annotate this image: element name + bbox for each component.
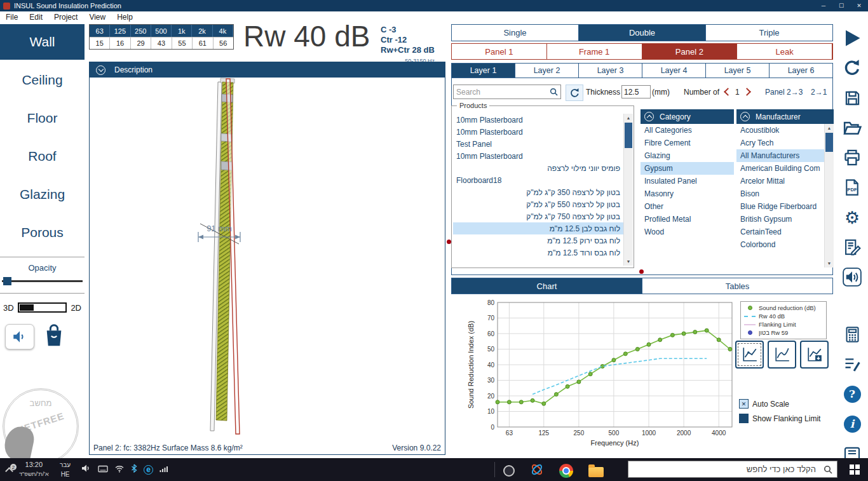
sidebar-item-roof[interactable]: Roof xyxy=(0,139,85,174)
tab-double[interactable]: Double xyxy=(579,25,706,41)
category-item[interactable]: Profiled Metal xyxy=(641,213,734,226)
opacity-slider[interactable] xyxy=(2,276,83,287)
category-item[interactable]: All Categories xyxy=(641,124,734,137)
product-item[interactable]: בטון קל לרצפה 550 ק"ג למ"ק xyxy=(453,198,623,210)
category-header[interactable]: Category xyxy=(641,109,734,124)
print-icon[interactable] xyxy=(838,146,866,170)
menu-help[interactable]: Help xyxy=(111,13,139,22)
chrome-icon[interactable] xyxy=(559,464,573,478)
copy-2-1-link[interactable]: 2→1 xyxy=(811,88,827,97)
category-item[interactable]: Glazing xyxy=(641,149,734,162)
category-item[interactable]: Wood xyxy=(641,226,734,238)
scroll-up-icon[interactable]: ▲ xyxy=(825,124,834,132)
chart-export-button[interactable] xyxy=(800,341,829,369)
device-icon[interactable] xyxy=(838,442,866,458)
keyboard-icon[interactable] xyxy=(98,464,108,475)
scroll-up-icon[interactable]: ▲ xyxy=(624,114,633,122)
file-explorer-icon[interactable] xyxy=(588,467,604,477)
tab-single[interactable]: Single xyxy=(452,25,579,41)
manufacturer-item[interactable]: CertainTeed xyxy=(736,226,825,238)
sidebar-item-ceiling[interactable]: Ceiling xyxy=(0,62,85,98)
product-item[interactable]: Test Panel xyxy=(453,138,623,150)
product-item[interactable]: Floorboard18 xyxy=(453,174,623,186)
manufacturer-item[interactable]: Colorbond xyxy=(736,238,825,251)
manufacturer-item[interactable]: Acry Tech xyxy=(736,137,825,149)
loudspeaker-icon[interactable] xyxy=(838,265,866,289)
product-item[interactable]: בטון קל לרצפה 750 ק"ג למ"ק xyxy=(453,210,623,222)
product-item[interactable]: 10mm Plasterboard xyxy=(453,126,623,138)
manufacturer-item[interactable]: Arcelor Mittal xyxy=(736,175,825,187)
products-scrollbar[interactable]: ▲ ▼ xyxy=(623,114,633,266)
product-search-box[interactable] xyxy=(453,85,561,99)
save-icon[interactable] xyxy=(838,86,866,110)
auto-scale-checkbox[interactable]: ✕ xyxy=(739,399,749,409)
menu-project[interactable]: Project xyxy=(48,13,83,22)
search-input[interactable] xyxy=(454,88,550,97)
manufacturer-item[interactable]: Blue Ridge Fiberboard xyxy=(736,200,825,213)
maximize-button[interactable]: ☐ xyxy=(832,3,850,9)
sidebar-item-wall[interactable]: Wall xyxy=(0,24,85,60)
close-button[interactable]: ✕ xyxy=(850,3,868,9)
menu-file[interactable]: File xyxy=(0,13,24,22)
netfree-e-icon[interactable]: e xyxy=(144,465,153,475)
thickness-input[interactable] xyxy=(621,85,651,98)
shopping-bag-icon[interactable] xyxy=(43,323,65,351)
bluetooth-icon[interactable] xyxy=(131,464,137,475)
signal-icon[interactable] xyxy=(159,464,169,475)
product-item[interactable]: 10mm Plasterboard xyxy=(453,150,623,162)
pdf-icon[interactable]: PDF xyxy=(838,175,866,200)
manufacturer-item[interactable]: British Gypsum xyxy=(736,213,825,226)
assistant-circle-icon[interactable] xyxy=(503,465,515,477)
scroll-down-icon[interactable]: ▼ xyxy=(825,259,834,268)
scrollbar-thumb[interactable] xyxy=(825,133,833,152)
sidebar-item-porous[interactable]: Porous xyxy=(0,215,85,250)
manufacturer-scrollbar[interactable]: ▲ ▼ xyxy=(824,124,834,268)
chart-style-smooth-button[interactable] xyxy=(768,341,796,369)
play-sound-button[interactable] xyxy=(5,324,34,349)
tab-layer-2[interactable]: Layer 2 xyxy=(515,64,579,78)
tab-panel-1[interactable]: Panel 1 xyxy=(452,44,547,59)
product-item[interactable]: פומיס יווני מילוי לרצפה xyxy=(453,162,623,174)
wifi-icon[interactable] xyxy=(114,464,125,475)
refresh-icon[interactable] xyxy=(838,56,866,80)
category-item[interactable]: Insulated Panel xyxy=(641,175,734,187)
menu-edit[interactable]: Edit xyxy=(24,13,48,22)
show-flanking-checkbox[interactable] xyxy=(739,414,749,423)
auto-scale-option[interactable]: ✕ Auto Scale xyxy=(739,399,789,409)
taskbar-clock[interactable]: 13:20 א'/ת'/תשפ"ד xyxy=(19,460,49,479)
play-icon[interactable] xyxy=(838,26,866,50)
decrement-chevron-icon[interactable] xyxy=(724,88,732,96)
refresh-products-button[interactable] xyxy=(566,85,583,101)
tab-tables[interactable]: Tables xyxy=(642,278,832,294)
tab-leak[interactable]: Leak xyxy=(737,44,832,59)
category-item[interactable]: Other xyxy=(641,200,734,213)
chart-style-line-button[interactable] xyxy=(735,341,764,369)
checklist-icon[interactable] xyxy=(838,352,866,376)
category-item[interactable]: Fibre Cement xyxy=(641,137,734,149)
start-button[interactable] xyxy=(841,458,868,481)
manufacturer-item[interactable]: Acoustiblok xyxy=(736,124,825,137)
scrollbar-thumb[interactable] xyxy=(625,123,632,148)
settings-icon[interactable]: ⚙ xyxy=(838,205,866,229)
sidebar-item-glazing[interactable]: Glazing xyxy=(0,177,85,212)
volume-icon[interactable] xyxy=(81,464,92,475)
color-app-icon[interactable] xyxy=(530,463,544,479)
product-item[interactable]: לוח גבס ירוק 12.5 מ"מ xyxy=(453,234,623,247)
sidebar-item-floor[interactable]: Floor xyxy=(0,100,85,136)
help-icon[interactable]: ? xyxy=(838,382,866,406)
product-item[interactable]: בטון קל לרצפה 350 ק"ג למ"ק xyxy=(453,186,623,198)
info-icon[interactable]: i xyxy=(838,412,866,436)
manufacturer-header[interactable]: Manufacturer xyxy=(736,109,834,124)
product-item[interactable]: לוח גבס לבן 12.5 מ"מ xyxy=(453,222,623,234)
tab-panel-2[interactable]: Panel 2 xyxy=(642,44,738,59)
opacity-slider-handle[interactable] xyxy=(3,277,11,285)
taskbar-search-input[interactable] xyxy=(628,464,821,474)
show-flanking-option[interactable]: Show Flanking Limit xyxy=(739,414,820,423)
copy-panel-2-3-link[interactable]: Panel 2→3 xyxy=(765,88,803,97)
open-folder-icon[interactable] xyxy=(838,116,866,140)
tab-triple[interactable]: Triple xyxy=(706,25,832,41)
increment-chevron-icon[interactable] xyxy=(743,88,751,96)
taskbar-search-box[interactable] xyxy=(628,461,837,478)
menu-view[interactable]: View xyxy=(83,13,111,22)
category-item[interactable]: Masonry xyxy=(641,187,734,200)
